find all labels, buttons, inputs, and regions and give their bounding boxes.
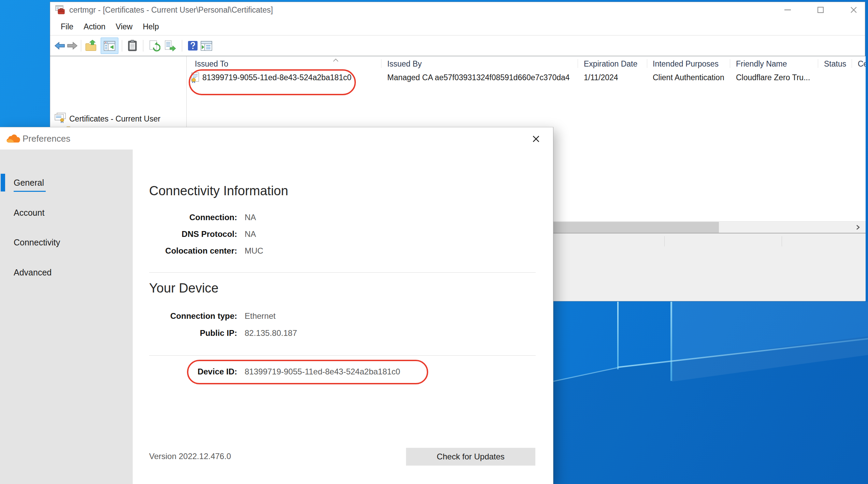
back-icon bbox=[54, 40, 66, 52]
menu-file[interactable]: File bbox=[56, 18, 78, 35]
help-icon bbox=[187, 40, 199, 52]
menu-view[interactable]: View bbox=[111, 18, 138, 35]
cell-friendly-name: Cloudflare Zero Tru... bbox=[736, 71, 810, 84]
action-pane-icon bbox=[200, 39, 213, 52]
menu-bar: File Action View Help bbox=[50, 18, 865, 35]
info-label: DNS Protocol: bbox=[182, 229, 237, 239]
status-bar-divider bbox=[782, 236, 782, 246]
maximize-button[interactable] bbox=[810, 2, 831, 18]
nav-item-connectivity[interactable]: Connectivity bbox=[0, 233, 133, 252]
preferences-sidebar: General Account Connectivity Advanced bbox=[0, 150, 133, 484]
column-header-friendly-name[interactable]: Friendly Name bbox=[736, 58, 787, 70]
status-bar-divider bbox=[664, 236, 665, 246]
minimize-icon bbox=[784, 10, 791, 10]
certmgr-app-icon bbox=[55, 5, 65, 15]
refresh-icon bbox=[148, 40, 160, 52]
chevron-right-icon bbox=[855, 224, 860, 230]
info-value: NA bbox=[245, 213, 256, 222]
dialog-close-button[interactable] bbox=[527, 131, 545, 147]
column-divider[interactable] bbox=[381, 59, 381, 68]
info-value: NA bbox=[245, 229, 256, 239]
close-button[interactable] bbox=[843, 2, 865, 18]
wallpaper-beam bbox=[617, 302, 619, 369]
check-for-updates-button[interactable]: Check for Updates bbox=[406, 448, 535, 466]
column-divider[interactable] bbox=[818, 59, 818, 68]
info-label: Connection type: bbox=[170, 311, 237, 321]
show-console-tree-button[interactable] bbox=[101, 38, 118, 54]
annotation-ellipse-device-id bbox=[187, 360, 428, 384]
section-divider bbox=[149, 272, 536, 273]
menu-action[interactable]: Action bbox=[78, 18, 111, 35]
info-row-connection: Connection: NA bbox=[133, 213, 553, 224]
column-header-status[interactable]: Status bbox=[824, 58, 846, 70]
clipboard-button[interactable] bbox=[126, 39, 139, 53]
column-header-certificate-template[interactable]: Ce bbox=[858, 58, 866, 70]
help-button[interactable] bbox=[186, 39, 200, 53]
minimize-button[interactable] bbox=[777, 2, 798, 18]
export-list-icon bbox=[164, 40, 176, 52]
toolbar-separator bbox=[143, 40, 143, 52]
up-one-level-button[interactable] bbox=[84, 39, 98, 53]
column-divider[interactable] bbox=[852, 59, 852, 68]
info-value: 82.135.80.187 bbox=[245, 328, 297, 338]
info-label: Colocation center: bbox=[165, 246, 237, 256]
nav-item-account[interactable]: Account bbox=[0, 203, 133, 222]
forward-icon bbox=[66, 40, 78, 52]
info-value: MUC bbox=[245, 246, 263, 256]
section-heading-your-device: Your Device bbox=[149, 281, 219, 296]
column-header-issued-to[interactable]: Issued To bbox=[195, 58, 228, 70]
info-value: Ethernet bbox=[245, 311, 276, 321]
preferences-dialog: Preferences General Account Connectivity… bbox=[0, 127, 553, 484]
export-list-button[interactable] bbox=[163, 39, 177, 53]
preferences-content: Connectivity Information Connection: NA … bbox=[133, 150, 553, 484]
column-divider[interactable] bbox=[730, 59, 730, 68]
refresh-button[interactable] bbox=[147, 39, 161, 53]
toolbar-separator bbox=[81, 40, 81, 52]
info-row-colocation-center: Colocation center: MUC bbox=[133, 246, 553, 257]
certificates-root-icon bbox=[54, 112, 67, 125]
close-icon bbox=[531, 134, 541, 144]
selected-nav-underline bbox=[14, 191, 46, 192]
console-tree-icon bbox=[103, 39, 116, 52]
sort-ascending-icon bbox=[332, 58, 339, 62]
info-label: Connection: bbox=[189, 213, 237, 222]
close-icon bbox=[850, 6, 857, 14]
section-heading-connectivity-information: Connectivity Information bbox=[149, 184, 288, 198]
cloudflare-logo-icon bbox=[6, 133, 21, 146]
show-action-pane-button[interactable] bbox=[200, 39, 213, 53]
window-title: certmgr - [Certificates - Current User\P… bbox=[69, 2, 273, 18]
cell-issued-by: Managed CA ae57f03931324f08591d660e7c370… bbox=[387, 71, 570, 84]
clipboard-icon bbox=[126, 40, 139, 52]
toolbar-separator bbox=[182, 40, 182, 52]
toolbar-separator bbox=[122, 40, 122, 52]
version-text: Version 2022.12.476.0 bbox=[149, 452, 231, 461]
column-header-expiration-date[interactable]: Expiration Date bbox=[584, 58, 637, 70]
info-row-public-ip: Public IP: 82.135.80.187 bbox=[133, 328, 553, 339]
column-header-intended-purposes[interactable]: Intended Purposes bbox=[653, 58, 719, 70]
info-row-dns-protocol: DNS Protocol: NA bbox=[133, 229, 553, 240]
column-header-issued-by[interactable]: Issued By bbox=[387, 58, 422, 70]
forward-button[interactable] bbox=[66, 39, 79, 53]
wallpaper-beam bbox=[670, 302, 672, 381]
info-label: Public IP: bbox=[200, 328, 237, 338]
maximize-icon bbox=[818, 7, 824, 13]
cell-expiration-date: 1/11/2024 bbox=[584, 71, 618, 84]
nav-item-general[interactable]: General bbox=[0, 173, 133, 192]
column-divider[interactable] bbox=[647, 59, 647, 68]
up-folder-icon bbox=[85, 39, 98, 52]
column-divider[interactable] bbox=[578, 59, 578, 68]
desktop: certmgr - [Certificates - Current User\P… bbox=[0, 0, 868, 484]
annotation-ellipse-issued-to bbox=[189, 69, 356, 95]
tree-item-label: Certificates - Current User bbox=[67, 114, 160, 124]
nav-item-advanced[interactable]: Advanced bbox=[0, 263, 133, 282]
cell-intended-purposes: Client Authentication bbox=[653, 71, 724, 84]
back-button[interactable] bbox=[53, 39, 67, 53]
tree-item-certificates-current-user[interactable]: Certificates - Current User bbox=[54, 113, 160, 125]
menu-help[interactable]: Help bbox=[138, 18, 164, 35]
title-bar: certmgr - [Certificates - Current User\P… bbox=[50, 2, 865, 18]
dialog-title: Preferences bbox=[23, 133, 70, 144]
info-row-connection-type: Connection type: Ethernet bbox=[133, 311, 553, 322]
toolbar bbox=[50, 36, 865, 56]
scroll-right-button[interactable] bbox=[851, 222, 865, 233]
section-divider bbox=[149, 355, 536, 356]
